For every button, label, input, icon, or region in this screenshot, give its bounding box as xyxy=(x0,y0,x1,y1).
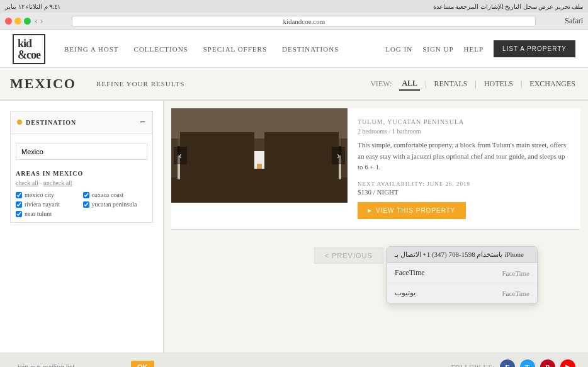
phone-tooltip: الاتصال بـ ‎+1 (347) 708-1598 باستخدام i… xyxy=(387,246,538,304)
minimize-button[interactable] xyxy=(14,18,21,25)
follow-us-label: FOLLOW US: xyxy=(451,364,495,368)
forward-icon[interactable]: › xyxy=(40,16,43,26)
svg-rect-7 xyxy=(269,140,341,181)
property-card: ‹ › Tulum, Yucatan Peninsula 2 bedrooms … xyxy=(171,108,580,230)
svg-rect-3 xyxy=(178,137,250,146)
pinterest-icon[interactable]: p xyxy=(540,359,555,367)
svg-rect-1 xyxy=(171,178,348,203)
newsletter-ok-button[interactable]: OK xyxy=(131,361,154,367)
nav-special-offers[interactable]: SPECIAL OFFERS xyxy=(203,45,267,53)
checkbox-near-tulum[interactable]: near tulum xyxy=(16,210,81,217)
image-prev-button[interactable]: ‹ xyxy=(174,147,187,164)
main-nav: BEING A HOST COLLECTIONS SPECIAL OFFERS … xyxy=(64,45,385,53)
facebook-icon[interactable]: f xyxy=(500,359,515,367)
svg-rect-13 xyxy=(253,169,266,180)
svg-rect-11 xyxy=(269,155,341,179)
url-bar[interactable]: kidandcoe.com xyxy=(72,16,536,27)
checkbox-riviera-nayarit[interactable]: riviera nayarit xyxy=(16,201,81,208)
svg-rect-5 xyxy=(212,141,240,155)
property-image xyxy=(171,108,348,203)
youtube-sublabel: FaceTime xyxy=(502,290,529,297)
main-content: ‹ › Tulum, Yucatan Peninsula 2 bedrooms … xyxy=(164,101,588,353)
nav-being-a-host[interactable]: BEING A HOST xyxy=(64,45,119,53)
youtube-label: يوتيوب xyxy=(395,288,416,298)
checkbox-oaxaca-coast[interactable]: oaxaca coast xyxy=(83,191,148,198)
property-info: Tulum, Yucatan Peninsula 2 bedrooms / 1 … xyxy=(348,108,580,229)
nav-log-in[interactable]: LOG IN xyxy=(385,45,412,53)
property-price: $130 / NIGHT xyxy=(358,188,570,196)
browser-chrome: ‹ › kidandcoe.com Safari xyxy=(0,13,588,30)
newsletter-bar: OK FOLLOW US: f t p ▶ xyxy=(0,353,588,367)
prev-page-button[interactable]: < PREVIOUS xyxy=(314,247,383,264)
nav-destinations[interactable]: DESTINATIONS xyxy=(282,45,339,53)
tooltip-header: الاتصال بـ ‎+1 (347) 708-1598 باستخدام i… xyxy=(387,247,537,263)
property-description: This simple, comfortable property, a blo… xyxy=(358,140,570,173)
uncheck-all-link[interactable]: uncheck all xyxy=(43,179,72,186)
svg-rect-9 xyxy=(272,141,300,155)
header-right: LOG IN SIGN UP HELP LIST A PROPERTY xyxy=(385,40,575,57)
sidebar: DESTINATION − AREAS IN MEXICO check all … xyxy=(0,101,164,353)
area-checkboxes: mexico city oaxaca coast riviera nayarit… xyxy=(16,191,147,217)
svg-rect-15 xyxy=(171,108,348,138)
youtube-icon[interactable]: ▶ xyxy=(560,359,575,367)
facetime-sublabel: FaceTime xyxy=(502,269,529,277)
svg-rect-14 xyxy=(257,164,262,169)
close-button[interactable] xyxy=(5,18,12,25)
check-all-link[interactable]: check all xyxy=(16,179,38,186)
safari-label: Safari xyxy=(565,16,583,26)
logo[interactable]: kid &coe xyxy=(13,34,45,64)
newsletter-form: OK xyxy=(13,361,154,368)
nav-sign-up[interactable]: SIGN UP xyxy=(422,45,453,53)
bedroom-illustration xyxy=(171,108,348,203)
svg-rect-10 xyxy=(303,141,332,155)
nav-help[interactable]: HELP xyxy=(464,45,484,53)
maximize-button[interactable] xyxy=(24,18,31,25)
svg-rect-6 xyxy=(178,155,250,179)
tooltip-facetime[interactable]: FaceTime FaceTime xyxy=(387,263,537,283)
svg-rect-2 xyxy=(178,140,250,181)
nav-collections[interactable]: COLLECTIONS xyxy=(134,45,188,53)
refine-label: REFINE YOUR RESULTS xyxy=(96,80,184,88)
areas-title: AREAS IN MEXICO xyxy=(16,170,147,177)
destination-input[interactable] xyxy=(16,144,147,160)
list-property-button[interactable]: LIST A PROPERTY xyxy=(494,40,575,57)
view-property-button[interactable]: VIEW THIS PROPERTY xyxy=(358,202,466,219)
page-title: MEXICO xyxy=(0,68,86,100)
mac-bar-right: ملف تحرير عرض سجل التاريخ الإشارات المرج… xyxy=(433,3,584,10)
page-layout: DESTINATION − AREAS IN MEXICO check all … xyxy=(0,101,588,353)
tab-hotels[interactable]: HOTELS xyxy=(482,78,516,90)
mac-bar: ٩:٤١ م الثلاثاء ١٢ يناير ملف تحرير عرض س… xyxy=(0,0,588,13)
checkbox-yucatan-peninsula[interactable]: yucatan peninsula xyxy=(83,201,148,208)
view-label: VIEW: xyxy=(370,79,392,89)
newsletter-input[interactable] xyxy=(13,361,126,368)
site-header: kid &coe BEING A HOST COLLECTIONS SPECIA… xyxy=(0,30,588,68)
tab-all[interactable]: ALL xyxy=(399,77,420,91)
facetime-label: FaceTime xyxy=(395,268,425,278)
image-next-button[interactable]: › xyxy=(332,147,345,164)
destination-label: DESTINATION xyxy=(26,119,76,126)
property-images: ‹ › xyxy=(171,108,348,203)
tab-rentals[interactable]: RENTALS xyxy=(431,78,470,90)
destination-section: DESTINATION − AREAS IN MEXICO check all … xyxy=(10,111,153,223)
twitter-icon[interactable]: t xyxy=(520,359,535,367)
follow-us: FOLLOW US: f t p ▶ xyxy=(451,359,575,367)
property-beds: 2 bedrooms / 1 bathroom xyxy=(358,128,570,135)
collapse-icon[interactable]: − xyxy=(140,116,146,128)
check-links: check all uncheck all xyxy=(16,179,147,186)
mac-bar-left: ٩:٤١ م الثلاثاء ١٢ يناير xyxy=(5,3,60,10)
checkbox-mexico-city[interactable]: mexico city xyxy=(16,191,81,198)
window-controls[interactable] xyxy=(5,18,31,25)
availability-label: NEXT AVAILABILITY: JUNE 26, 2019 xyxy=(358,181,570,187)
browser-nav[interactable]: ‹ › xyxy=(35,16,43,26)
destination-indicator xyxy=(17,120,22,125)
svg-rect-8 xyxy=(269,137,341,146)
property-location: Tulum, Yucatan Peninsula xyxy=(358,118,570,125)
back-icon[interactable]: ‹ xyxy=(35,16,38,26)
tab-exchanges[interactable]: EXCHANGES xyxy=(527,78,578,90)
destination-header: DESTINATION − xyxy=(11,111,152,133)
tooltip-youtube[interactable]: يوتيوب FaceTime xyxy=(387,283,537,303)
